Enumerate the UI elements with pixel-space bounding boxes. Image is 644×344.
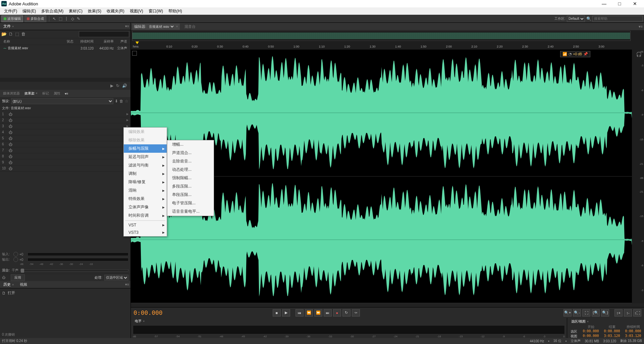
rewind-button[interactable]: ⏪ (305, 309, 313, 317)
rack-slot[interactable]: 8⏻▶ (0, 153, 130, 159)
preset-select[interactable]: (默认) (11, 98, 113, 104)
power-icon[interactable]: ⏻ (9, 142, 12, 146)
context-menu-item[interactable]: 特殊效果▶ (124, 195, 167, 203)
context-menu-item[interactable]: 调制▶ (124, 169, 167, 178)
save-preset-icon[interactable]: ⬇ (115, 99, 118, 104)
context-menu-item[interactable]: 延迟与回声▶ (124, 153, 167, 161)
mode-waveform-button[interactable]: 波形编辑 (1, 15, 23, 22)
zoom-sel-out-icon[interactable]: 🔍} (601, 309, 609, 317)
power-icon[interactable]: ⏻ (9, 154, 12, 158)
apply-button[interactable]: 应用 (11, 274, 25, 281)
files-search-input[interactable] (79, 31, 129, 37)
col-channels[interactable]: 声道 (114, 39, 127, 44)
rack-slot[interactable]: 9⏻▶ (0, 159, 130, 165)
context-menu-item[interactable]: 动态处理... (167, 165, 214, 174)
overview-waveform[interactable] (132, 31, 631, 41)
delete-preset-icon[interactable]: 🗑 (119, 99, 123, 104)
col-name[interactable]: 名称 (3, 39, 53, 44)
power-icon[interactable]: ⏻ (9, 118, 12, 122)
play-button[interactable]: ▶ (282, 309, 290, 317)
zoom-in-icon[interactable]: 🔍+ (564, 309, 572, 317)
tool-move-icon[interactable]: ↖ (52, 16, 57, 21)
menu-effects[interactable]: 效果(S) (85, 7, 104, 15)
close-icon[interactable]: × (587, 320, 589, 323)
folder-open-icon[interactable]: 📂 (1, 31, 7, 37)
forward-button[interactable]: ⏩ (314, 309, 322, 317)
context-menu-item[interactable]: 去除齿音... (167, 157, 214, 165)
menu-multitrack[interactable]: 多轨合成(M) (39, 7, 66, 15)
playhead-marker[interactable] (136, 42, 139, 44)
power-toggle-icon[interactable]: ⏻ (2, 276, 5, 279)
zoom-sel-in-icon[interactable]: {🔍 (592, 309, 600, 317)
stop-button[interactable]: ■ (273, 309, 281, 317)
search-help-input[interactable] (592, 16, 643, 22)
tab-effects-rack[interactable]: 效果架× (23, 90, 39, 96)
rack-slot[interactable]: 2⏻▶ (0, 117, 130, 123)
context-menu-item[interactable]: 多段压限... (167, 182, 214, 191)
timecode-display[interactable]: 0:00.000 (133, 309, 163, 316)
col-duration[interactable]: 持续时间 (73, 39, 94, 44)
tab-editor[interactable]: 编辑器: 音频素材.wav × (132, 23, 180, 30)
context-menu-item[interactable]: 语音音量电平... (167, 207, 214, 216)
context-menu-item[interactable]: 单段压限... (167, 191, 214, 199)
context-menu-item[interactable]: 滤波与均衡▶ (124, 161, 167, 169)
favorite-icon[interactable]: ☆ (125, 99, 128, 104)
rack-slot[interactable]: 1⏻▶ (0, 111, 130, 117)
rack-slot[interactable]: 3⏻▶ (0, 123, 130, 129)
menu-window[interactable]: 窗口(W) (146, 7, 166, 15)
sel-duration[interactable]: 0:00.000 (624, 329, 642, 334)
workspace-select[interactable]: Default (567, 16, 585, 22)
context-menu-item[interactable]: 强制限幅... (167, 174, 214, 182)
power-icon[interactable]: ⏻ (9, 136, 12, 140)
autoplay-icon[interactable]: 🔊 (122, 83, 127, 88)
power-icon[interactable]: ⏻ (9, 148, 12, 152)
tab-levels[interactable]: 电平× (133, 318, 147, 324)
menu-clip[interactable]: 素材(C) (66, 7, 85, 15)
power-icon[interactable]: ⏻ (9, 124, 12, 128)
input-knob[interactable] (13, 252, 18, 257)
menu-favorites[interactable]: 收藏夹(R) (104, 7, 127, 15)
process-select[interactable]: 仅选中区域 (104, 275, 128, 281)
window-maximize-button[interactable]: □ (612, 0, 627, 7)
play-icon[interactable]: ▶ (110, 83, 113, 88)
tab-history[interactable]: 历史× (1, 281, 16, 288)
horizontal-scrollbar[interactable] (131, 303, 644, 307)
tool-select-icon[interactable]: ⬚ (58, 16, 63, 21)
view-duration[interactable]: 3:03.120 (624, 334, 642, 339)
tool-brush-icon[interactable]: ✎ (76, 16, 81, 21)
panel-menu-icon[interactable]: ▾≡ (125, 24, 129, 28)
zoom-out-icon[interactable]: 🔍- (573, 309, 581, 317)
history-item[interactable]: 🗋 打开 (2, 290, 128, 296)
skip-button[interactable]: ⤼ (352, 309, 360, 317)
tab-files[interactable]: 文件× (1, 23, 16, 29)
go-end-button[interactable]: ⏭ (324, 309, 332, 317)
context-menu-item[interactable]: 电子管压限... (167, 199, 214, 207)
timeline-ruler[interactable]: hms 0:100:200:300:400:501:001:101:201:30… (131, 42, 631, 50)
import-icon[interactable]: ⬚ (15, 31, 19, 37)
menu-edit[interactable]: 编辑(E) (20, 7, 39, 15)
rack-slot[interactable]: 10⏻▶ (0, 165, 130, 171)
tab-mixer[interactable]: 混音台 (182, 23, 198, 30)
trash-icon[interactable]: 🗑 (21, 31, 25, 37)
sel-end[interactable]: 0:00.000 (603, 329, 621, 334)
hud-knob-icon[interactable]: ◔ (569, 52, 572, 56)
zoom-v-in-icon[interactable]: ↕+ (614, 309, 623, 317)
loop-icon[interactable]: ↻ (116, 83, 119, 88)
tab-markers[interactable]: 标记 (41, 90, 51, 96)
loop-button[interactable]: ↻ (342, 309, 351, 317)
rack-slot[interactable]: 5⏻▶ (0, 135, 130, 141)
record-button[interactable]: ● (333, 309, 341, 317)
context-menu-item[interactable]: 混响▶ (124, 186, 167, 195)
close-icon[interactable]: × (176, 25, 178, 28)
zoom-fit-icon[interactable]: ⛶ (582, 309, 590, 317)
view-end[interactable]: 3:03.120 (603, 334, 621, 339)
context-menu-item[interactable]: 立体声声像▶ (124, 203, 167, 211)
rack-slot[interactable]: 6⏻▶ (0, 141, 130, 147)
menu-view[interactable]: 视图(V) (127, 7, 146, 15)
mix-slider[interactable] (20, 269, 128, 271)
hud-pin-icon[interactable]: 📌 (583, 52, 588, 56)
tab-media-browser[interactable]: 媒体浏览器 (1, 90, 21, 96)
zoom-v-fit-icon[interactable]: ↕⛶ (633, 309, 641, 317)
panel-menu-icon[interactable]: ▾≡ (639, 24, 643, 29)
context-menu-item[interactable]: 振幅与压限▶ (124, 144, 167, 153)
